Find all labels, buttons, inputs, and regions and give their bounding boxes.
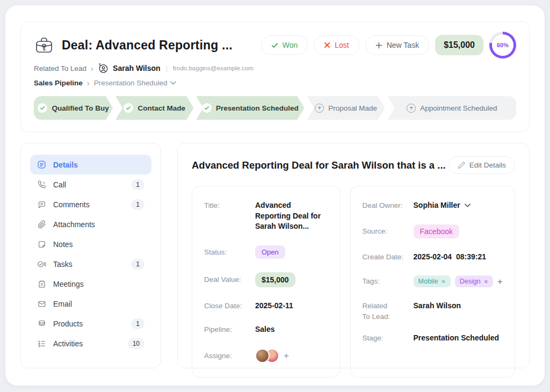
pipeline-breadcrumb: Sales Pipeline › Presentation Sheduled <box>34 79 516 87</box>
stage-label: Presentation Scheduled <box>216 104 299 112</box>
lead-person-icon: $ <box>98 63 108 74</box>
deal-owner-dropdown[interactable]: Sophia Miller <box>414 200 471 211</box>
field-deal-owner: Deal Owner: Sophia Miller <box>363 200 503 211</box>
source-badge: Facebook <box>414 224 459 238</box>
x-icon <box>324 42 330 48</box>
sidebar-item-email[interactable]: Email <box>30 294 151 314</box>
field-label: Related To Lead: <box>363 301 414 322</box>
tag-design: Design ✕ <box>455 275 493 287</box>
sidebar-item-notes[interactable]: Notes <box>30 234 151 254</box>
sidebar-item-attachments[interactable]: Attachments <box>30 214 151 234</box>
stage-dropdown[interactable]: Presentation Sheduled <box>94 79 177 87</box>
sidebar-item-products[interactable]: Products 1 <box>30 314 151 333</box>
detail-sidebar: Details Call 1 Comments 1 Attac <box>20 143 161 368</box>
lead-email: frodo.baggins@example.com <box>173 65 254 71</box>
assignee-avatars: + <box>255 349 289 363</box>
note-icon <box>37 240 46 249</box>
field-label: Source: <box>363 226 414 237</box>
lost-label: Lost <box>335 41 349 49</box>
stage-label: Appointment Scheduled <box>420 104 497 112</box>
new-task-label: New Task <box>387 41 419 49</box>
edit-details-label: Edit Details <box>469 161 506 169</box>
field-pipeline: Pipeline: Sales <box>204 324 328 335</box>
lead-name[interactable]: Sarah Wilson <box>113 64 161 72</box>
count-badge: 1 <box>131 179 144 190</box>
stage-contact-made[interactable]: Contact Made <box>115 96 193 120</box>
stage-check-icon <box>38 103 47 113</box>
field-tags: Tags: Mobile ✕ Design ✕ + <box>363 275 503 287</box>
field-label: Pipeline: <box>204 324 255 335</box>
check-icon <box>271 42 278 49</box>
sidebar-item-tasks[interactable]: Tasks 1 <box>30 254 151 274</box>
sidebar-item-meetings[interactable]: Meetings <box>30 274 151 294</box>
add-tag-button[interactable]: + <box>497 277 503 286</box>
sidebar-item-label: Activities <box>53 339 83 348</box>
stage-check-icon <box>202 103 212 113</box>
remove-tag-icon[interactable]: ✕ <box>484 279 488 285</box>
paperclip-icon <box>37 220 46 229</box>
deal-summary-card: Title: Advanced Reporting Deal for Sarah… <box>192 186 341 378</box>
field-title: Title: Advanced Reporting Deal for Sarah… <box>204 200 328 232</box>
avatar[interactable] <box>255 349 270 363</box>
sidebar-item-label: Meetings <box>53 280 84 288</box>
stage-presentation-scheduled[interactable]: Presentation Scheduled <box>196 96 304 120</box>
field-value: Sarah Wilson <box>414 301 461 311</box>
sidebar-item-label: Email <box>53 300 72 308</box>
stage-appointment-scheduled[interactable]: + Appointment Scheduled <box>388 96 516 120</box>
sidebar-item-details[interactable]: Details <box>30 155 151 175</box>
field-close-date: Close Date: 2025-02-11 <box>204 301 328 311</box>
sidebar-item-label: Notes <box>53 240 73 249</box>
field-label: Stage: <box>363 333 414 344</box>
field-label: Deal Value: <box>204 274 255 285</box>
stack-icon <box>37 320 46 328</box>
numbered-list-icon <box>37 339 46 348</box>
pipeline-name[interactable]: Sales Pipeline <box>34 79 83 87</box>
stage-plus-icon: + <box>315 104 324 113</box>
deal-owner-value: Sophia Miller <box>414 200 460 211</box>
sidebar-item-comments[interactable]: Comments 1 <box>30 194 151 214</box>
stage-dropdown-value: Presentation Sheduled <box>94 79 168 87</box>
svg-text:$: $ <box>99 63 100 66</box>
comment-icon <box>37 200 46 209</box>
field-create-date: Create Date: 2025-02-04 08:39:21 <box>363 252 503 263</box>
won-label: Won <box>283 41 298 49</box>
deal-header-card: $ Deal: Advanced Reporting ... Won Lost … <box>20 21 530 132</box>
stage-proposal-made[interactable]: + Proposal Made <box>307 96 385 120</box>
field-value: Advanced Reporting Deal for Sarah Wilson… <box>255 200 328 232</box>
details-icon <box>37 160 46 169</box>
stage-label: Proposal Made <box>328 104 377 112</box>
stage-qualified-to-buy[interactable]: Qualified To Buy <box>34 96 113 120</box>
add-assignee-button[interactable]: + <box>284 351 289 360</box>
sidebar-item-label: Attachments <box>53 220 95 229</box>
lost-button[interactable]: Lost <box>314 35 359 55</box>
stage-label: Qualified To Buy <box>52 104 108 112</box>
progress-percent: 60% <box>492 34 513 56</box>
field-deal-value: Deal Value: $15,000 <box>204 272 328 287</box>
breadcrumb-related-to-lead[interactable]: Related To Lead <box>34 64 86 72</box>
remove-tag-icon[interactable]: ✕ <box>441 279 445 285</box>
count-badge: 1 <box>131 318 144 329</box>
tag-label: Mobile <box>418 278 438 285</box>
status-badge: Open <box>255 245 285 259</box>
field-assigne: Assigne: + <box>204 349 328 363</box>
divider: | <box>166 64 168 72</box>
sidebar-item-call[interactable]: Call 1 <box>30 175 151 194</box>
sidebar-item-activities[interactable]: Activities 10 <box>30 333 151 353</box>
sidebar-item-label: Comments <box>53 200 90 209</box>
count-badge: 1 <box>131 199 144 210</box>
new-task-button[interactable]: New Task <box>365 35 429 55</box>
clipboard-icon <box>37 280 46 288</box>
field-related-to-lead: Related To Lead: Sarah Wilson <box>363 301 503 322</box>
chevron-down-icon <box>465 204 471 207</box>
deal-meta-card: Deal Owner: Sophia Miller Source: Facebo… <box>350 186 515 378</box>
field-label: Create Date: <box>363 252 414 263</box>
task-check-icon <box>37 260 46 268</box>
field-label: Deal Owner: <box>363 200 414 211</box>
chevron-down-icon <box>170 81 176 85</box>
tag-mobile: Mobile ✕ <box>414 275 451 287</box>
deal-value-badge: $15,000 <box>255 272 295 287</box>
won-button[interactable]: Won <box>261 35 308 55</box>
field-label: Tags: <box>363 276 414 287</box>
edit-details-button[interactable]: Edit Details <box>448 156 515 174</box>
deal-detail-panel: Advanced Reporting Deal for Sarah Wilson… <box>177 143 530 368</box>
